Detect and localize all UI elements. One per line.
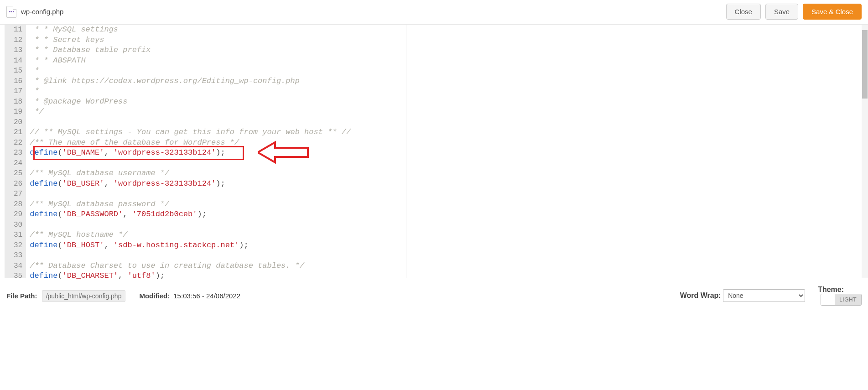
close-button[interactable]: Close	[726, 4, 761, 20]
line-number: 13	[14, 45, 22, 56]
code-line[interactable]: * @link https://codex.wordpress.org/Edit…	[30, 76, 863, 87]
code-line[interactable]	[30, 189, 863, 199]
modified-group: Modified: 15:03:56 - 24/06/2022	[139, 292, 240, 300]
code-line[interactable]: /** MySQL database password */	[30, 199, 863, 210]
php-file-icon	[6, 6, 16, 18]
file-path-label: File Path:	[6, 292, 37, 300]
line-number: 34	[14, 261, 22, 271]
code-line[interactable]: define('DB_USER', 'wordpress-323133b124'…	[30, 179, 863, 189]
line-number: 22	[14, 138, 22, 148]
line-number: 30	[14, 220, 22, 230]
code-line[interactable]	[30, 250, 863, 261]
code-line[interactable]: * * ABSPATH	[30, 56, 863, 66]
line-number: 20	[14, 117, 22, 128]
footer-right: Word Wrap: None Theme: LIGHT	[680, 286, 862, 306]
code-line[interactable]	[30, 117, 863, 128]
code-line[interactable]	[30, 220, 863, 230]
line-number: 31	[14, 230, 22, 240]
code-line[interactable]: * * Secret keys	[30, 35, 863, 46]
print-margin-line	[406, 25, 406, 278]
header-left: wp-config.php	[6, 6, 63, 18]
line-number: 11	[14, 25, 22, 35]
footer-left: File Path: /public_html/wp-config.php Mo…	[6, 292, 240, 300]
line-number: 27	[14, 189, 22, 199]
code-editor[interactable]: 1112131415161718192021222324252627282930…	[5, 25, 863, 278]
editor-wrap: 1112131415161718192021222324252627282930…	[0, 25, 868, 278]
editor-header: wp-config.php Close Save Save & Close	[0, 0, 868, 25]
line-number: 12	[14, 35, 22, 46]
wordwrap-group: Word Wrap: None	[680, 289, 806, 302]
code-line[interactable]: /** The name of the database for WordPre…	[30, 138, 863, 148]
modified-value: 15:03:56 - 24/06/2022	[173, 292, 240, 300]
line-number: 33	[14, 250, 22, 261]
line-number: 17	[14, 86, 22, 97]
line-number: 35	[14, 271, 22, 281]
line-number: 28	[14, 199, 22, 210]
wordwrap-select[interactable]: None	[723, 289, 805, 302]
line-number: 32	[14, 240, 22, 251]
code-line[interactable]: // ** MySQL settings - You can get this …	[30, 127, 863, 138]
code-line[interactable]: /** Database Charset to use in creating …	[30, 261, 863, 271]
line-number: 23	[14, 148, 22, 158]
wordwrap-label: Word Wrap:	[680, 291, 721, 299]
vertical-scrollbar[interactable]	[862, 25, 868, 278]
header-right: Close Save Save & Close	[726, 4, 862, 20]
theme-light-option[interactable]: LIGHT	[835, 294, 861, 305]
line-number: 24	[14, 158, 22, 169]
code-line[interactable]: *	[30, 86, 863, 97]
code-line[interactable]: define('DB_PASSWORD', '7051dd2b0ceb');	[30, 209, 863, 220]
code-line[interactable]: * @package WordPress	[30, 97, 863, 107]
editor-footer: File Path: /public_html/wp-config.php Mo…	[0, 278, 868, 313]
scrollbar-thumb[interactable]	[862, 30, 868, 99]
code-line[interactable]: define('DB_CHARSET', 'utf8');	[30, 271, 863, 281]
line-number: 29	[14, 209, 22, 220]
theme-dark-option[interactable]	[821, 294, 835, 305]
line-number: 15	[14, 66, 22, 76]
filename: wp-config.php	[21, 8, 63, 16]
code-line[interactable]: define('DB_NAME', 'wordpress-323133b124'…	[30, 148, 863, 158]
theme-group: Theme: LIGHT	[818, 286, 862, 306]
modified-label: Modified:	[139, 292, 170, 300]
theme-label: Theme:	[818, 286, 844, 293]
line-gutter: 1112131415161718192021222324252627282930…	[5, 25, 26, 278]
code-line[interactable]: */	[30, 107, 863, 117]
theme-toggle[interactable]: LIGHT	[821, 294, 862, 306]
save-button[interactable]: Save	[765, 4, 798, 20]
file-path-value: /public_html/wp-config.php	[42, 290, 126, 302]
code-line[interactable]: /** MySQL database username */	[30, 168, 863, 179]
line-number: 26	[14, 179, 22, 189]
line-number: 18	[14, 97, 22, 107]
code-line[interactable]: /** MySQL hostname */	[30, 230, 863, 240]
line-number: 19	[14, 107, 22, 117]
line-number: 25	[14, 168, 22, 179]
code-line[interactable]: *	[30, 66, 863, 76]
save-and-close-button[interactable]: Save & Close	[803, 4, 862, 20]
line-number: 14	[14, 56, 22, 66]
code-line[interactable]: * * Database table prefix	[30, 45, 863, 56]
file-path-group: File Path: /public_html/wp-config.php	[6, 292, 125, 300]
line-number: 21	[14, 127, 22, 138]
code-line[interactable]: define('DB_HOST', 'sdb-w.hosting.stackcp…	[30, 240, 863, 251]
code-area[interactable]: * * MySQL settings * * Secret keys * * D…	[26, 25, 863, 278]
code-line[interactable]	[30, 158, 863, 169]
line-number: 16	[14, 76, 22, 87]
code-line[interactable]: * * MySQL settings	[30, 25, 863, 35]
